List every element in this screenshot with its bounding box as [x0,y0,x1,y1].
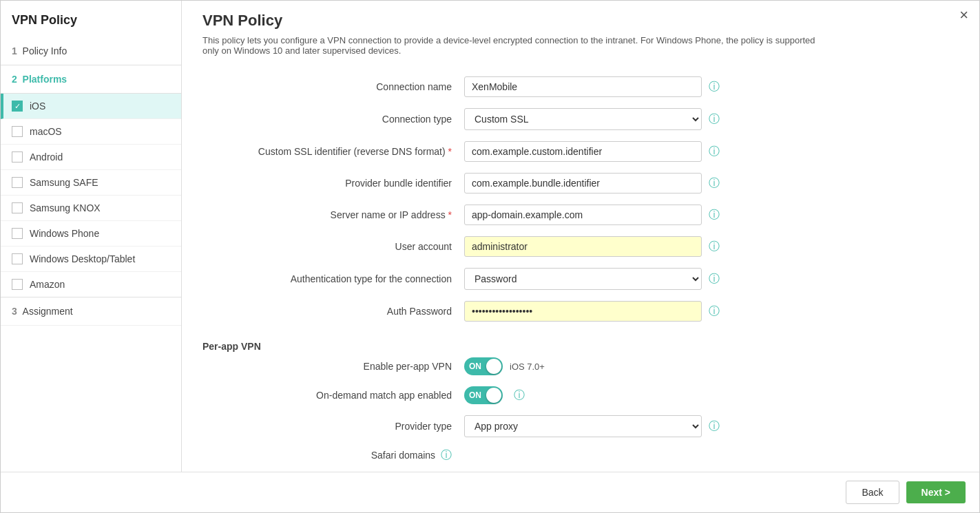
custom-ssl-help-icon[interactable]: ⓘ [709,145,720,159]
safari-domains-label: Safari domains ⓘ [202,448,464,463]
on-demand-toggle-label: ON [464,390,481,400]
sidebar-step-policy-info[interactable]: 1 Policy Info [1,37,181,65]
provider-type-control: App proxy Packet tunnel [464,415,702,437]
server-name-label: Server name or IP address * [202,209,464,220]
macos-label: macOS [30,126,62,137]
provider-type-select[interactable]: App proxy Packet tunnel [464,415,702,437]
on-demand-row: On-demand match app enabled ON ⓘ [202,386,959,404]
server-name-input[interactable] [464,205,702,225]
user-account-row: User account ⓘ [202,236,959,257]
main-title: VPN Policy [202,12,822,30]
connection-name-row: Connection name ⓘ [202,76,959,97]
back-button[interactable]: Back [846,481,899,504]
windows-phone-checkbox[interactable] [12,228,23,239]
provider-type-help-icon[interactable]: ⓘ [709,419,720,434]
auth-type-help-icon[interactable]: ⓘ [709,272,720,286]
custom-ssl-input[interactable] [464,141,702,162]
on-demand-toggle[interactable]: ON [464,386,503,404]
dialog-footer: Back Next > [182,472,979,512]
enable-per-app-toggle-label: ON [464,362,481,371]
provider-type-row: Provider type App proxy Packet tunnel ⓘ [202,415,959,437]
on-demand-label: On-demand match app enabled [202,390,464,401]
enable-per-app-row: Enable per-app VPN ON iOS 7.0+ [202,357,959,375]
auth-password-control [464,301,702,322]
auth-password-input[interactable] [464,301,702,322]
user-account-label: User account [202,241,464,252]
step3-label: Assignment [23,306,73,317]
windows-desktop-label: Windows Desktop/Tablet [30,253,135,264]
step2-label: Platforms [23,74,67,85]
next-button[interactable]: Next > [906,481,966,503]
custom-ssl-row: Custom SSL identifier (reverse DNS forma… [202,141,959,162]
step3-num: 3 [12,306,23,317]
main-description: This policy lets you configure a VPN con… [202,35,822,56]
android-checkbox[interactable] [12,151,23,163]
connection-name-help-icon[interactable]: ⓘ [709,80,720,94]
provider-bundle-label: Provider bundle identifier [202,178,464,189]
auth-password-label: Auth Password [202,306,464,317]
sidebar-item-samsung-knox[interactable]: Samsung KNOX [1,196,181,221]
on-demand-toggle-wrapper: ON ⓘ [464,386,525,404]
main-content: VPN Policy This policy lets you configur… [182,1,979,512]
custom-ssl-label: Custom SSL identifier (reverse DNS forma… [202,146,464,157]
enable-per-app-knob [486,359,501,374]
auth-type-select[interactable]: Password Certificate RSA SecurID CryptoC… [464,268,702,290]
server-name-control [464,205,702,225]
enable-per-app-toggle[interactable]: ON [464,357,503,375]
enable-per-app-toggle-wrapper: ON iOS 7.0+ [464,357,545,375]
on-demand-help-icon[interactable]: ⓘ [514,388,525,403]
macos-checkbox[interactable] [12,126,23,137]
sidebar-item-ios[interactable]: iOS [1,94,181,119]
enable-per-app-label: Enable per-app VPN [202,361,464,372]
auth-password-row: Auth Password ⓘ [202,301,959,322]
close-button[interactable]: × [959,8,968,23]
auth-type-row: Authentication type for the connection P… [202,268,959,290]
user-account-control [464,236,702,257]
custom-ssl-control [464,141,702,162]
sidebar-item-amazon[interactable]: Amazon [1,272,181,297]
ios-checkbox[interactable] [12,101,23,112]
provider-type-label: Provider type [202,421,464,432]
windows-phone-label: Windows Phone [30,228,99,239]
provider-bundle-input[interactable] [464,173,702,193]
sidebar-step-assignment[interactable]: 3 Assignment [1,297,181,326]
connection-type-help-icon[interactable]: ⓘ [709,112,720,127]
sidebar-item-macos[interactable]: macOS [1,119,181,145]
sidebar-item-android[interactable]: Android [1,145,181,170]
user-account-input[interactable] [464,236,702,257]
connection-type-control: Custom SSL L2TP PPTP IPSec IKEv2 Cisco A… [464,108,702,130]
user-account-help-icon[interactable]: ⓘ [709,240,720,254]
samsung-knox-checkbox[interactable] [12,202,23,213]
android-label: Android [30,151,63,163]
amazon-label: Amazon [30,279,65,290]
sidebar-item-samsung-safe[interactable]: Samsung SAFE [1,170,181,196]
safari-domains-help-icon[interactable]: ⓘ [441,449,452,461]
per-app-vpn-section-header: Per-app VPN [202,333,959,357]
step1-num: 1 [12,45,23,56]
sidebar-item-windows-phone[interactable]: Windows Phone [1,221,181,247]
connection-type-select[interactable]: Custom SSL L2TP PPTP IPSec IKEv2 Cisco A… [464,108,702,130]
windows-desktop-checkbox[interactable] [12,253,23,264]
vpn-policy-dialog: VPN Policy 1 Policy Info 2 Platforms iOS… [0,0,980,513]
amazon-checkbox[interactable] [12,279,23,290]
sidebar-step-platforms[interactable]: 2 Platforms [1,65,181,94]
connection-name-label: Connection name [202,81,464,92]
provider-bundle-help-icon[interactable]: ⓘ [709,176,720,191]
sidebar-title: VPN Policy [1,1,181,37]
step1-label: Policy Info [23,45,67,56]
connection-type-label: Connection type [202,114,464,125]
server-name-row: Server name or IP address * ⓘ [202,205,959,225]
auth-type-label: Authentication type for the connection [202,273,464,284]
connection-name-input[interactable] [464,76,702,97]
samsung-safe-label: Samsung SAFE [30,177,98,188]
samsung-safe-checkbox[interactable] [12,177,23,188]
provider-bundle-row: Provider bundle identifier ⓘ [202,173,959,193]
sidebar-item-windows-desktop[interactable]: Windows Desktop/Tablet [1,247,181,272]
safari-domains-row: Safari domains ⓘ [202,448,959,463]
auth-type-control: Password Certificate RSA SecurID CryptoC… [464,268,702,290]
ios-label: iOS [30,101,45,112]
auth-password-help-icon[interactable]: ⓘ [709,304,720,319]
server-name-help-icon[interactable]: ⓘ [709,208,720,222]
provider-bundle-control [464,173,702,193]
connection-name-control [464,76,702,97]
